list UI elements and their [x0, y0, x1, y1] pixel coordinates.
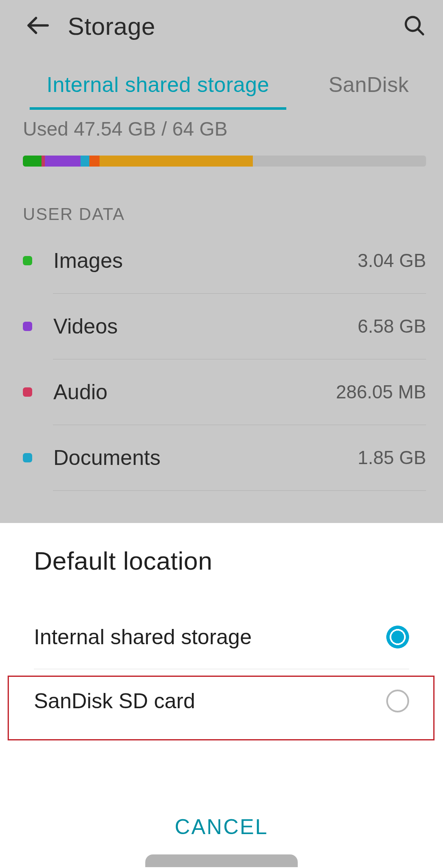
category-label: Videos: [53, 314, 118, 339]
category-label: Images: [53, 248, 123, 273]
usage-segment: [23, 156, 42, 167]
category-size: 6.58 GB: [358, 316, 426, 337]
category-color-icon: [23, 322, 32, 331]
radio-unselected-icon: [386, 690, 409, 712]
default-location-dialog: Default location Internal shared storage…: [0, 523, 443, 868]
usage-segment: [80, 156, 89, 167]
storage-tabs: Internal shared storage SanDisk: [0, 49, 443, 110]
tab-sandisk[interactable]: SanDisk: [312, 66, 426, 110]
category-row[interactable]: Videos6.58 GB: [0, 294, 426, 359]
category-color-icon: [23, 256, 32, 265]
nav-handle: [145, 854, 298, 867]
category-size: 286.05 MB: [336, 381, 426, 403]
category-row[interactable]: Documents1.85 GB: [0, 425, 426, 490]
usage-segment: [100, 156, 253, 167]
svg-line-2: [418, 29, 423, 34]
category-row[interactable]: Audio286.05 MB: [0, 359, 426, 425]
option-internal-storage[interactable]: Internal shared storage: [0, 605, 443, 669]
usage-text: Used 47.54 GB / 64 GB: [0, 110, 443, 140]
tab-internal[interactable]: Internal shared storage: [30, 66, 286, 110]
list-divider: [53, 490, 426, 491]
category-color-icon: [23, 387, 32, 397]
usage-segment: [89, 156, 100, 167]
usage-bar: [23, 156, 426, 167]
category-row[interactable]: Images3.04 GB: [0, 228, 426, 293]
category-label: Audio: [53, 380, 108, 404]
option-label: Internal shared storage: [34, 625, 252, 649]
page-title: Storage: [68, 12, 155, 40]
section-user-data: USER DATA: [0, 167, 443, 228]
app-bar: Storage: [0, 0, 443, 49]
option-label: SanDisk SD card: [34, 689, 195, 713]
category-size: 3.04 GB: [358, 250, 426, 271]
option-sandisk-sd[interactable]: SanDisk SD card: [0, 669, 443, 733]
search-icon[interactable]: [402, 14, 426, 39]
usage-segment: [42, 156, 45, 167]
dialog-title: Default location: [0, 523, 443, 593]
back-arrow-icon[interactable]: [25, 13, 51, 40]
cancel-button[interactable]: CANCEL: [0, 815, 443, 839]
category-size: 1.85 GB: [358, 447, 426, 468]
radio-selected-icon: [386, 626, 409, 648]
category-list: Images3.04 GBVideos6.58 GBAudio286.05 MB…: [0, 228, 443, 491]
usage-segment: [45, 156, 80, 167]
category-label: Documents: [53, 445, 161, 470]
category-color-icon: [23, 453, 32, 462]
